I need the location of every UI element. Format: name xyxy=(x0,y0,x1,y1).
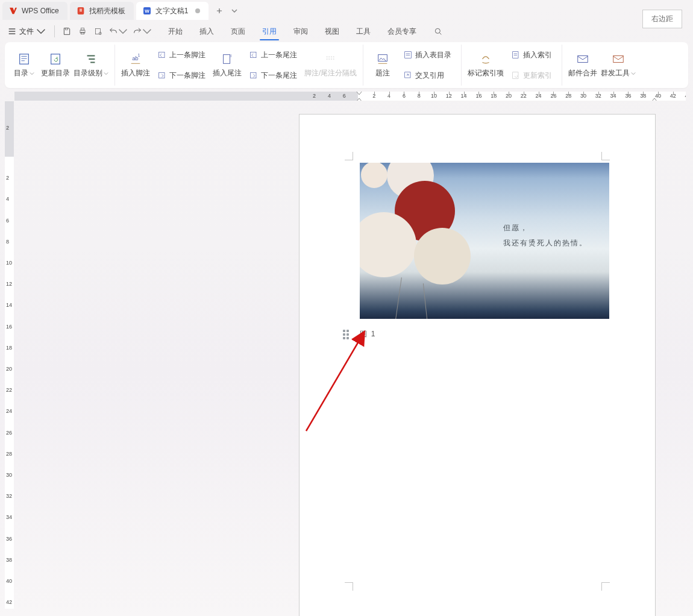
update-index-button: 更新索引 xyxy=(507,66,556,84)
image-text-line1: 但愿， xyxy=(503,223,588,233)
word-doc-icon: W xyxy=(142,6,152,16)
tab-review[interactable]: 审阅 xyxy=(285,20,316,42)
new-tab-dropdown[interactable] xyxy=(230,9,239,13)
balloon-shape xyxy=(414,228,471,284)
margin-corner-icon xyxy=(345,152,353,160)
next-footnote-button[interactable]: 下一条脚注 xyxy=(154,66,209,84)
tab-label: 引用 xyxy=(262,27,277,37)
document-page[interactable]: 但愿， 我还有烫死人的热情。 图 1 xyxy=(299,115,655,616)
tab-start[interactable]: 开始 xyxy=(160,20,191,42)
image-text-line2: 我还有烫死人的热情。 xyxy=(503,238,588,248)
ribbon: 目录 更新目录 目录级别 ab1 插入脚注 上一条脚注 下一条脚注 i xyxy=(5,42,688,88)
btn-label: 题注 xyxy=(375,68,390,78)
caption-number: 1 xyxy=(371,330,375,338)
drag-handle-icon[interactable] xyxy=(343,330,349,339)
toc-button[interactable]: 目录 xyxy=(11,52,37,78)
cross-ref-button[interactable]: 交叉引用 xyxy=(400,66,455,84)
caption-label: 图 xyxy=(360,330,367,338)
ribbon-group-index: 标记索引项 插入索引 更新索引 xyxy=(462,45,562,86)
undo-button[interactable] xyxy=(107,23,130,40)
chevron-down-icon xyxy=(30,69,34,77)
figure-caption[interactable]: 图 1 xyxy=(343,329,375,339)
right-margin-label: 右边距 xyxy=(651,14,673,23)
document-tab-label: 文字文稿1 xyxy=(155,6,189,16)
caption-icon xyxy=(376,52,389,66)
ribbon-group-footnote: ab1 插入脚注 上一条脚注 下一条脚注 i 插入尾注 上一条尾注 下 xyxy=(115,45,363,86)
btn-label: 插入尾注 xyxy=(213,68,242,78)
inserted-image[interactable]: 但愿， 我还有烫死人的热情。 xyxy=(360,163,609,319)
balloon-string xyxy=(423,283,427,319)
balloon-string xyxy=(395,277,402,319)
new-tab-button[interactable] xyxy=(211,3,228,19)
ribbon-group-caption: 题注 插入表目录 交叉引用 xyxy=(363,45,462,86)
print-button[interactable] xyxy=(75,23,90,40)
file-menu-button[interactable]: 文件 xyxy=(4,23,49,40)
tab-label: 插入 xyxy=(199,27,214,37)
vertical-ruler[interactable]: 2246810121416182022242628303234363840424… xyxy=(5,101,14,609)
app-tab[interactable]: WPS Office xyxy=(2,2,67,20)
ribbon-group-toc: 目录 更新目录 目录级别 xyxy=(5,45,115,86)
tab-page[interactable]: 页面 xyxy=(222,20,254,42)
print-preview-button[interactable] xyxy=(91,23,105,40)
tab-insert[interactable]: 插入 xyxy=(191,20,222,42)
btn-label: 目录级别 xyxy=(74,68,102,78)
toc-level-button[interactable]: 目录级别 xyxy=(74,52,108,78)
menu-bar: 文件 开始 插入 页面 引用 审阅 视图 工具 会员专享 xyxy=(0,20,693,42)
insert-footnote-button[interactable]: ab1 插入脚注 xyxy=(121,52,150,78)
template-tab[interactable]: 找稻壳模板 xyxy=(70,2,134,20)
tab-label: 页面 xyxy=(231,27,245,37)
sep-line-icon xyxy=(324,52,337,66)
horizontal-ruler[interactable]: 6422468101214161820222426283032343638404… xyxy=(14,92,686,101)
tab-view[interactable]: 视图 xyxy=(316,20,348,42)
btn-label: 上一条尾注 xyxy=(261,50,297,60)
tab-references[interactable]: 引用 xyxy=(254,20,285,42)
chevron-down-icon xyxy=(104,69,108,77)
chevron-down-icon xyxy=(118,27,128,36)
footnote-icon: ab1 xyxy=(129,52,142,66)
right-margin-button[interactable]: 右边距 xyxy=(642,10,682,28)
toc-icon xyxy=(17,52,31,66)
tab-label: 工具 xyxy=(356,27,371,37)
btn-label: 下一条尾注 xyxy=(261,71,297,81)
prev-endnote-button[interactable]: 上一条尾注 xyxy=(245,46,301,64)
prev-footnote-button[interactable]: 上一条脚注 xyxy=(154,46,209,64)
caption-button[interactable]: 题注 xyxy=(369,52,396,78)
btn-label: 标记索引项 xyxy=(468,68,504,78)
insert-figure-toc-button[interactable]: 插入表目录 xyxy=(400,46,455,64)
save-button[interactable] xyxy=(60,23,74,40)
separator xyxy=(54,25,55,37)
svg-rect-16 xyxy=(224,54,230,63)
update-toc-button[interactable]: 更新目录 xyxy=(41,52,70,78)
search-button[interactable] xyxy=(431,23,445,40)
image-overlay-text: 但愿， 我还有烫死人的热情。 xyxy=(503,223,588,248)
group-tool-button[interactable]: 群发工具 xyxy=(601,52,636,78)
svg-rect-24 xyxy=(513,72,518,79)
tab-label: 开始 xyxy=(168,27,183,37)
btn-label: 邮件合并 xyxy=(568,68,597,78)
tab-label: 会员专享 xyxy=(387,27,416,37)
btn-label: 脚注/尾注分隔线 xyxy=(304,68,357,78)
tab-member[interactable]: 会员专享 xyxy=(379,20,425,42)
next-endnote-button[interactable]: 下一条尾注 xyxy=(245,66,301,84)
btn-label: 群发工具 xyxy=(601,68,630,78)
btn-label: 更新目录 xyxy=(41,68,70,78)
mark-index-button[interactable]: 标记索引项 xyxy=(468,52,504,78)
mail-icon xyxy=(576,52,589,66)
mail-merge-button[interactable]: 邮件合并 xyxy=(568,52,597,78)
svg-rect-5 xyxy=(81,28,84,30)
insert-endnote-button[interactable]: i 插入尾注 xyxy=(213,52,242,78)
svg-rect-23 xyxy=(513,52,518,58)
svg-rect-11 xyxy=(51,54,60,64)
redo-button[interactable] xyxy=(131,23,154,40)
svg-rect-25 xyxy=(578,55,588,62)
document-tab[interactable]: W 文字文稿1 xyxy=(136,2,209,20)
btn-label: 下一条脚注 xyxy=(169,71,205,81)
svg-point-9 xyxy=(435,28,440,33)
modified-indicator-icon xyxy=(195,8,200,13)
svg-text:1: 1 xyxy=(138,53,140,57)
btn-label: 更新索引 xyxy=(523,71,552,81)
insert-index-button[interactable]: 插入索引 xyxy=(507,46,556,64)
tab-tools[interactable]: 工具 xyxy=(348,20,379,42)
wps-logo-icon xyxy=(8,6,18,16)
template-icon xyxy=(76,6,86,16)
